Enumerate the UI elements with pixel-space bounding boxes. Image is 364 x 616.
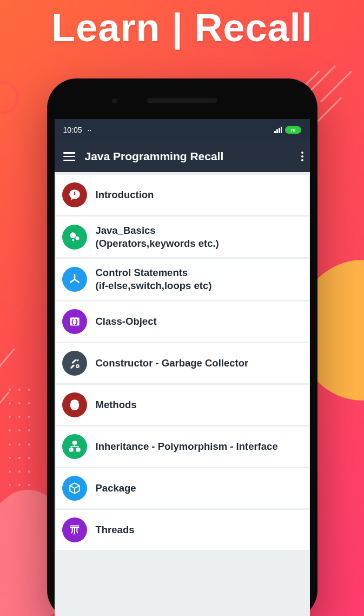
list-item[interactable]: Control Statements (if-else,switch,loops… [56,259,309,299]
list-item-label: Class-Object [96,315,157,328]
svg-point-3 [75,236,79,240]
menu-icon[interactable] [63,152,75,161]
app-bar: Java Programming Recall [55,141,310,172]
svg-line-7 [70,279,75,282]
parens-icon: ( ) [62,392,87,417]
topic-list: Introduction Java_Basics (Operators,keyw… [55,172,310,550]
list-item-label: Control Statements (if-else,switch,loops… [96,266,212,292]
svg-rect-14 [69,448,73,451]
svg-point-2 [70,232,76,238]
list-item[interactable]: Constructor - Garbage Collector [56,343,309,383]
svg-rect-15 [76,448,80,451]
list-item[interactable]: {} Class-Object [56,302,309,342]
list-item-label: Constructor - Garbage Collector [96,357,249,370]
speech-exclaim-icon [62,182,87,207]
screen: 10:05 ·· 76 Java Programming Recall [55,119,310,616]
fan-icon [62,267,87,292]
more-icon[interactable] [299,149,303,163]
tools-icon [62,351,87,376]
list-item-label: Package [96,482,136,495]
bubbles-icon [62,225,87,250]
list-item-label: Inheritance - Polymorphism - Interface [96,440,278,453]
signal-icon [274,127,282,133]
list-item[interactable]: Package [56,468,309,508]
app-title: Java Programming Recall [85,150,289,163]
list-item-label: Threads [96,523,135,536]
list-item[interactable]: Threads [56,510,309,550]
svg-point-10 [76,365,79,368]
list-item[interactable]: Java_Basics (Operators,keywords etc.) [56,217,309,257]
status-bar: 10:05 ·· 76 [55,119,310,141]
list-item[interactable]: ( ) Methods [56,385,309,425]
svg-point-0 [74,194,75,195]
battery-icon: 76 [285,126,301,134]
cube-icon [62,476,87,501]
svg-rect-1 [74,192,75,194]
svg-line-6 [75,279,79,282]
svg-text:{}: {} [70,318,78,325]
list-item[interactable]: Inheritance - Polymorphism - Interface [56,427,309,467]
phone-frame: 10:05 ·· 76 Java Programming Recall [47,78,317,616]
headline: Learn | Recall [0,5,364,50]
list-item-label: Introduction [96,188,154,201]
hierarchy-icon [62,434,87,459]
svg-text:( ): ( ) [68,401,81,409]
threads-icon [62,517,87,542]
braces-box-icon: {} [62,309,87,334]
list-item[interactable]: Introduction [56,175,309,215]
status-time: 10:05 [63,126,82,134]
list-item-label: Methods [96,398,137,411]
svg-point-4 [72,239,74,241]
status-dots: ·· [88,126,92,134]
list-item-label: Java_Basics (Operators,keywords etc.) [96,224,219,250]
svg-rect-13 [72,441,76,444]
